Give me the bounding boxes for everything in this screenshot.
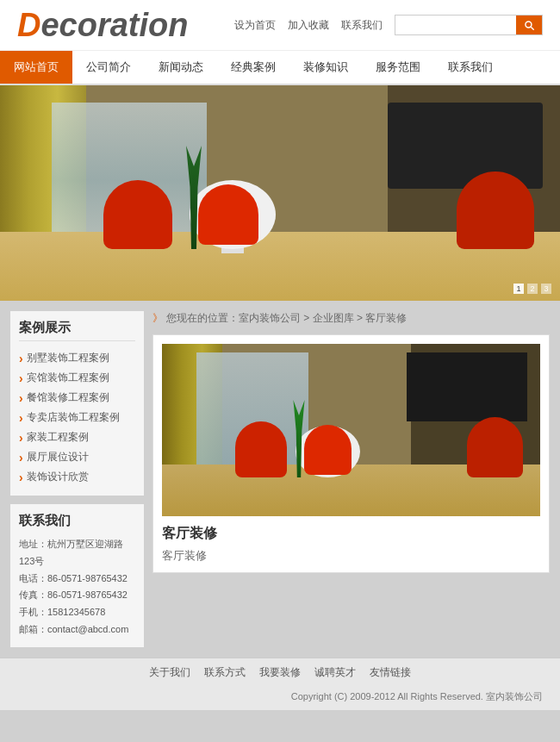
footer-renovation[interactable]: 我要装修	[259, 665, 301, 680]
sidebar: 案例展示 别墅装饰工程案例 宾馆装饰工程案例 餐馆装修工程案例 专卖店装饰工程案…	[10, 311, 144, 647]
hero-banner: 1 2 3	[0, 85, 560, 301]
card-title: 客厅装修	[162, 525, 540, 543]
search-input[interactable]	[395, 16, 516, 34]
breadcrumb-arrow: 》	[152, 311, 163, 326]
footer-recruit[interactable]: 诚聘英才	[314, 665, 356, 680]
breadcrumb: 》 您现在的位置：室内装饰公司 > 企业图库 > 客厅装修	[152, 311, 550, 326]
banner-dot-2[interactable]: 2	[527, 284, 538, 294]
card-desc: 客厅装修	[162, 548, 540, 564]
card-chair-left	[235, 421, 287, 477]
hero-scene	[0, 85, 560, 301]
contact-email: 邮箱：contact@abcd.com	[19, 621, 135, 639]
contact-us-link[interactable]: 联系我们	[341, 18, 383, 33]
list-item[interactable]: 展厅展位设计	[19, 447, 135, 467]
footer-copyright: Copyright (C) 2009-2012 All Rights Reser…	[0, 687, 560, 710]
add-favorites-link[interactable]: 加入收藏	[288, 18, 329, 33]
contact-address: 地址：杭州万墅区迎湖路123号	[19, 536, 135, 571]
list-item[interactable]: 家装工程案例	[19, 427, 135, 447]
logo-d: D	[17, 7, 40, 43]
list-item[interactable]: 装饰设计欣赏	[19, 467, 135, 487]
contact-info: 地址：杭州万墅区迎湖路123号 电话：86-0571-98765432 传真：8…	[19, 536, 135, 639]
tv-area	[388, 103, 543, 189]
copyright-text: Copyright (C) 2009-2012 All Rights Reser…	[291, 691, 543, 701]
banner-dot-3[interactable]: 3	[541, 284, 551, 294]
chair-center	[198, 184, 258, 245]
main-content: 案例展示 别墅装饰工程案例 宾馆装饰工程案例 餐馆装修工程案例 专卖店装饰工程案…	[0, 301, 560, 658]
card-tv	[407, 352, 527, 421]
list-item[interactable]: 宾馆装饰工程案例	[19, 368, 135, 388]
set-homepage-link[interactable]: 设为首页	[234, 18, 276, 33]
contact-fax: 传真：86-0571-98765432	[19, 587, 135, 604]
card-chair-center	[304, 425, 352, 475]
nav-item-news[interactable]: 新闻动态	[145, 51, 217, 84]
card-chair-right	[467, 417, 523, 477]
logo: Decoration	[17, 9, 189, 41]
banner-dot-1[interactable]: 1	[513, 284, 524, 294]
cases-title: 案例展示	[19, 320, 135, 341]
content-area: 》 您现在的位置：室内装饰公司 > 企业图库 > 客厅装修	[144, 311, 550, 647]
card-scene	[162, 344, 540, 516]
search-bar	[395, 15, 543, 35]
contact-phone: 电话：86-0571-98765432	[19, 571, 135, 588]
footer-nav: 关于我们 联系方式 我要装修 诚聘英才 友情链接	[0, 658, 560, 687]
nav-item-contact[interactable]: 联系我们	[434, 51, 507, 84]
header-links: 设为首页 加入收藏 联系我们	[234, 18, 383, 33]
list-item[interactable]: 专卖店装饰工程案例	[19, 408, 135, 427]
cases-section: 案例展示 别墅装饰工程案例 宾馆装饰工程案例 餐馆装修工程案例 专卖店装饰工程案…	[10, 311, 144, 496]
search-icon	[523, 19, 535, 31]
list-item[interactable]: 餐馆装修工程案例	[19, 388, 135, 408]
footer-links[interactable]: 友情链接	[370, 665, 411, 680]
card-image	[162, 344, 540, 516]
nav-item-cases[interactable]: 经典案例	[217, 51, 289, 84]
search-button[interactable]	[516, 16, 542, 34]
footer-about[interactable]: 关于我们	[149, 665, 190, 680]
content-card: 客厅装修 客厅装修	[152, 334, 550, 573]
banner-dots: 1 2 3	[513, 284, 551, 294]
cases-list: 别墅装饰工程案例 宾馆装饰工程案例 餐馆装修工程案例 专卖店装饰工程案例 家装工…	[19, 348, 135, 487]
nav-item-service[interactable]: 服务范围	[362, 51, 434, 84]
nav-item-knowledge[interactable]: 装修知识	[289, 51, 362, 84]
contact-section: 联系我们 地址：杭州万墅区迎湖路123号 电话：86-0571-98765432…	[10, 504, 144, 647]
logo-rest: ecoration	[40, 7, 188, 43]
nav-item-home[interactable]: 网站首页	[0, 51, 72, 84]
nav: 网站首页 公司简介 新闻动态 经典案例 装修知识 服务范围 联系我们	[0, 51, 560, 85]
nav-item-about[interactable]: 公司简介	[72, 51, 145, 84]
contact-title: 联系我们	[19, 513, 135, 529]
footer-contact[interactable]: 联系方式	[204, 665, 246, 680]
contact-mobile: 手机：15812345678	[19, 604, 135, 621]
chair-left	[103, 180, 172, 249]
breadcrumb-text: 您现在的位置：室内装饰公司 > 企业图库 > 客厅装修	[166, 311, 407, 326]
list-item[interactable]: 别墅装饰工程案例	[19, 348, 135, 368]
chair-right	[457, 171, 534, 249]
header: Decoration 设为首页 加入收藏 联系我们	[0, 0, 560, 51]
